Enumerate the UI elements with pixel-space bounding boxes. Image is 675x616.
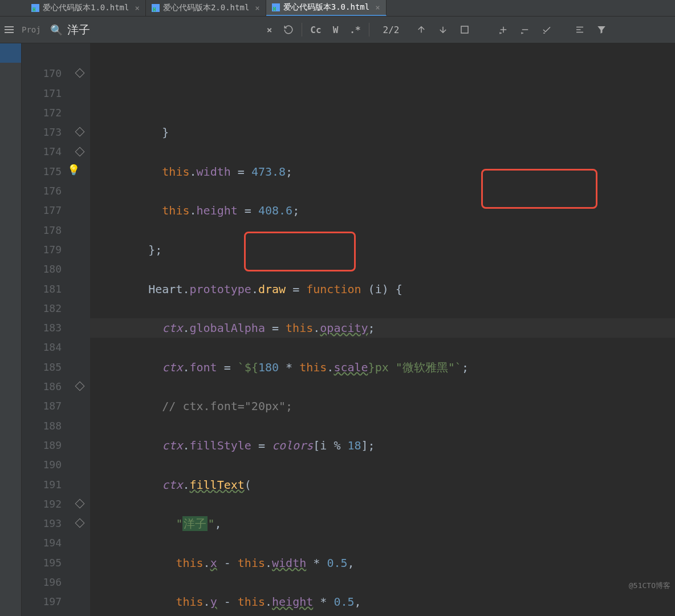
words-button[interactable]: W: [327, 25, 344, 35]
fold-column: [73, 43, 90, 616]
select-occurrences-icon[interactable]: [536, 25, 558, 35]
remove-selection-icon[interactable]: [514, 25, 536, 35]
svg-rect-0: [461, 26, 468, 33]
history-icon[interactable]: [278, 25, 299, 35]
settings-icon[interactable]: [569, 25, 591, 35]
tab-file-1[interactable]: 爱心代码版本1.0.html×: [26, 0, 146, 16]
code-content[interactable]: 💡 } this.width = 473.8; this.height = 40…: [90, 43, 675, 616]
annotation-box-2: [244, 232, 356, 271]
search-box: 🔍: [44, 17, 261, 43]
select-all-icon[interactable]: [454, 25, 475, 35]
match-counter: 2/2: [372, 25, 411, 35]
match-case-button[interactable]: Cc: [304, 25, 327, 35]
filter-icon[interactable]: [591, 25, 612, 35]
tab-label: 爱心代码版本1.0.html: [43, 3, 129, 13]
project-label: Proj: [18, 25, 44, 34]
search-input[interactable]: [67, 23, 181, 37]
menu-icon[interactable]: [5, 26, 14, 33]
regex-button[interactable]: .*: [344, 25, 366, 35]
prev-match-icon[interactable]: [410, 25, 432, 35]
tab-file-2[interactable]: 爱心代码版本2.0.html×: [146, 0, 266, 16]
html-file-icon: [152, 4, 160, 12]
close-icon[interactable]: ×: [135, 3, 139, 13]
html-file-icon: [272, 3, 280, 11]
intention-bulb-icon[interactable]: 💡: [67, 160, 80, 180]
editor-tabs: 爱心代码版本1.0.html× 爱心代码版本2.0.html× 爱心代码版本3.…: [0, 0, 675, 16]
left-gutter: [0, 43, 22, 616]
close-icon[interactable]: ×: [255, 3, 259, 13]
tab-label: 爱心代码版本3.0.html: [283, 2, 369, 13]
next-match-icon[interactable]: [432, 25, 454, 35]
line-numbers: 1701711721731741751761771781791801811821…: [22, 43, 73, 616]
editor-area: 1701711721731741751761771781791801811821…: [0, 43, 675, 616]
clear-search-button[interactable]: ×: [261, 25, 278, 35]
annotation-box-1: [481, 169, 597, 209]
tab-label: 爱心代码版本2.0.html: [163, 3, 249, 13]
close-icon[interactable]: ×: [375, 3, 380, 12]
watermark: @51CTO博客: [629, 581, 670, 591]
tab-file-3[interactable]: 爱心代码版本3.0.html×: [266, 0, 387, 16]
search-icon: 🔍: [50, 24, 63, 36]
html-file-icon: [31, 4, 39, 12]
add-selection-icon[interactable]: [493, 25, 514, 35]
find-toolbar: Proj 🔍 × Cc W .* 2/2: [0, 16, 675, 43]
